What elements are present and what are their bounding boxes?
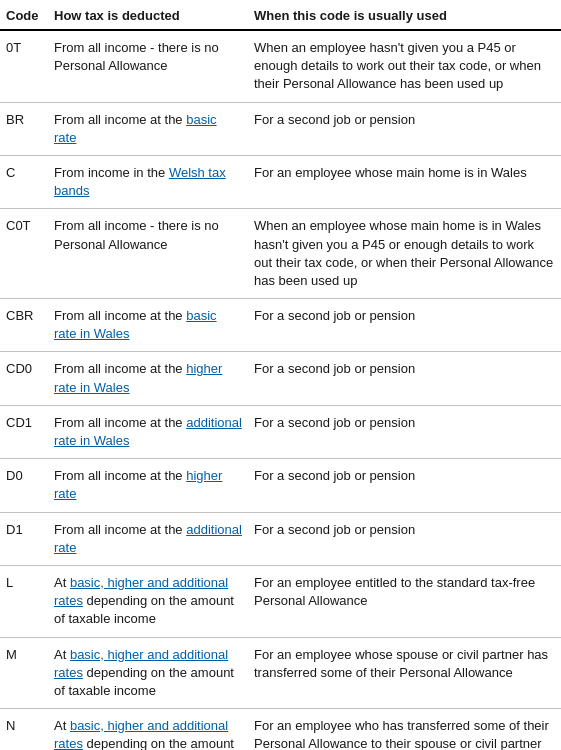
cell-when: For an employee entitled to the standard… [248, 565, 561, 637]
cell-when: When an employee whose main home is in W… [248, 209, 561, 299]
table-row: NAt basic, higher and additional rates d… [0, 709, 561, 750]
cell-code: CD1 [0, 405, 48, 458]
cell-when: When an employee hasn't given you a P45 … [248, 30, 561, 102]
cell-how: From income in the Welsh tax bands [48, 155, 248, 208]
table-row: CD1From all income at the additional rat… [0, 405, 561, 458]
cell-code: N [0, 709, 48, 750]
table-row: D0From all income at the higher rateFor … [0, 459, 561, 512]
cell-how: From all income at the higher rate [48, 459, 248, 512]
cell-how: From all income - there is no Personal A… [48, 209, 248, 299]
cell-code: 0T [0, 30, 48, 102]
how-link[interactable]: basic, higher and additional rates [54, 718, 228, 750]
cell-code: CBR [0, 299, 48, 352]
how-link[interactable]: Welsh tax bands [54, 165, 226, 198]
table-row: CFrom income in the Welsh tax bandsFor a… [0, 155, 561, 208]
how-link[interactable]: basic, higher and additional rates [54, 647, 228, 680]
table-row: CD0From all income at the higher rate in… [0, 352, 561, 405]
how-link[interactable]: basic, higher and additional rates [54, 575, 228, 608]
cell-when: For a second job or pension [248, 299, 561, 352]
cell-how: At basic, higher and additional rates de… [48, 709, 248, 750]
cell-how: From all income at the basic rate [48, 102, 248, 155]
cell-how: At basic, higher and additional rates de… [48, 637, 248, 709]
how-link[interactable]: higher rate in Wales [54, 361, 222, 394]
table-row: C0TFrom all income - there is no Persona… [0, 209, 561, 299]
cell-how: From all income at the basic rate in Wal… [48, 299, 248, 352]
cell-when: For an employee whose spouse or civil pa… [248, 637, 561, 709]
cell-when: For a second job or pension [248, 102, 561, 155]
cell-how: From all income at the higher rate in Wa… [48, 352, 248, 405]
cell-when: For an employee whose main home is in Wa… [248, 155, 561, 208]
how-link[interactable]: higher rate [54, 468, 222, 501]
cell-when: For a second job or pension [248, 512, 561, 565]
cell-code: D1 [0, 512, 48, 565]
cell-how: At basic, higher and additional rates de… [48, 565, 248, 637]
table-row: D1From all income at the additional rate… [0, 512, 561, 565]
cell-when: For a second job or pension [248, 352, 561, 405]
table-row: MAt basic, higher and additional rates d… [0, 637, 561, 709]
cell-code: BR [0, 102, 48, 155]
header-code: Code [0, 0, 48, 30]
table-row: BRFrom all income at the basic rateFor a… [0, 102, 561, 155]
header-how: How tax is deducted [48, 0, 248, 30]
how-link[interactable]: additional rate in Wales [54, 415, 242, 448]
cell-code: CD0 [0, 352, 48, 405]
how-link[interactable]: basic rate in Wales [54, 308, 217, 341]
how-link[interactable]: basic rate [54, 112, 217, 145]
table-row: CBRFrom all income at the basic rate in … [0, 299, 561, 352]
table-row: 0TFrom all income - there is no Personal… [0, 30, 561, 102]
cell-when: For a second job or pension [248, 405, 561, 458]
cell-how: From all income at the additional rate i… [48, 405, 248, 458]
cell-code: D0 [0, 459, 48, 512]
tax-codes-table: Code How tax is deducted When this code … [0, 0, 561, 750]
cell-code: C0T [0, 209, 48, 299]
cell-code: L [0, 565, 48, 637]
cell-code: M [0, 637, 48, 709]
how-link[interactable]: additional rate [54, 522, 242, 555]
header-when: When this code is usually used [248, 0, 561, 30]
cell-when: For an employee who has transferred some… [248, 709, 561, 750]
cell-code: C [0, 155, 48, 208]
cell-how: From all income at the additional rate [48, 512, 248, 565]
cell-how: From all income - there is no Personal A… [48, 30, 248, 102]
table-row: LAt basic, higher and additional rates d… [0, 565, 561, 637]
cell-when: For a second job or pension [248, 459, 561, 512]
table-header-row: Code How tax is deducted When this code … [0, 0, 561, 30]
